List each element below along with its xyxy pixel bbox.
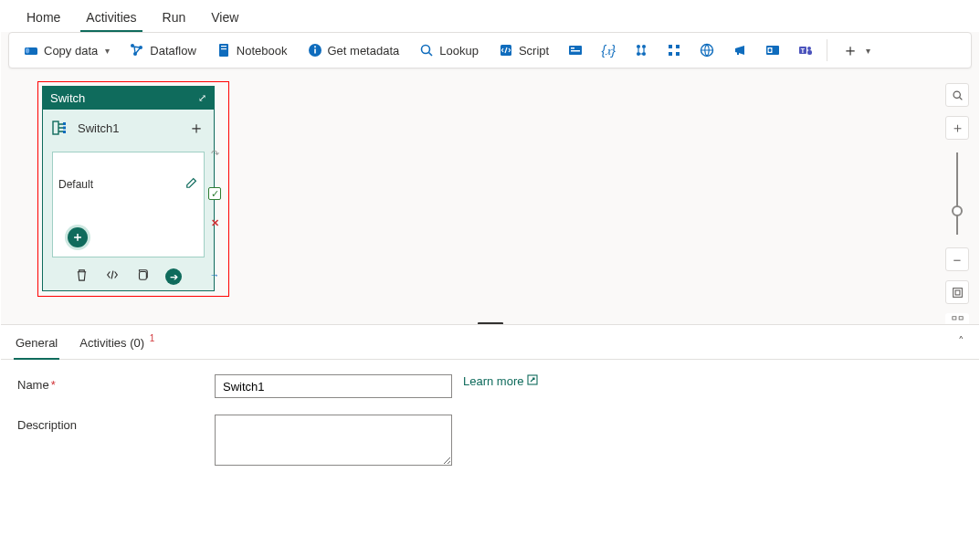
toolbar-megaphone-icon[interactable] bbox=[724, 43, 755, 58]
handle-completion-icon[interactable]: → bbox=[208, 268, 221, 281]
collapse-panel-icon[interactable]: ˄ bbox=[958, 334, 964, 348]
toolbar-teams-icon[interactable]: T bbox=[790, 43, 821, 58]
activities-toolbar: Copy data ▾ Dataflow Notebook Get metada… bbox=[8, 32, 972, 68]
description-label: Description bbox=[17, 415, 215, 432]
svg-rect-24 bbox=[676, 52, 680, 56]
dataflow-icon bbox=[130, 43, 144, 58]
toolbar-web-icon[interactable] bbox=[691, 43, 722, 58]
toolbar-icon-4[interactable] bbox=[659, 43, 690, 58]
svg-rect-15 bbox=[571, 47, 574, 49]
switch-node-name: Switch1 bbox=[78, 121, 120, 135]
chevron-down-icon: ▾ bbox=[866, 46, 870, 56]
svg-rect-32 bbox=[807, 50, 812, 55]
menu-view[interactable]: View bbox=[198, 3, 251, 32]
svg-text:T: T bbox=[801, 47, 806, 54]
properties-panel: General Activities (0) 1 ˄ Name* Learn m… bbox=[1, 324, 979, 545]
learn-more-text: Learn more bbox=[463, 374, 523, 388]
svg-rect-43 bbox=[959, 317, 963, 320]
toolbar-icon-3[interactable] bbox=[626, 43, 657, 58]
info-icon bbox=[308, 43, 322, 58]
notebook-icon bbox=[216, 43, 231, 58]
fit-screen-button[interactable] bbox=[945, 280, 969, 304]
svg-rect-35 bbox=[63, 127, 66, 130]
svg-point-17 bbox=[637, 45, 640, 48]
copy-data-icon bbox=[24, 43, 38, 58]
node-action-bar: ➔ bbox=[43, 263, 214, 290]
add-case-button[interactable]: ＋ bbox=[188, 117, 205, 139]
svg-rect-23 bbox=[669, 52, 672, 56]
handle-success-icon[interactable]: ✓ bbox=[208, 187, 221, 200]
toolbar-notebook-label: Notebook bbox=[237, 44, 288, 58]
edit-icon[interactable] bbox=[185, 176, 198, 192]
svg-rect-40 bbox=[953, 288, 962, 297]
zoom-controls: ＋ − bbox=[944, 83, 970, 324]
code-icon[interactable] bbox=[105, 268, 120, 285]
toolbar-lookup-label: Lookup bbox=[439, 44, 479, 58]
properties-tabs: General Activities (0) 1 ˄ bbox=[1, 325, 979, 360]
script-icon bbox=[499, 43, 513, 58]
toolbar-copy-data-label: Copy data bbox=[44, 44, 98, 58]
copy-icon[interactable] bbox=[136, 268, 149, 285]
description-input[interactable] bbox=[215, 415, 452, 466]
zoom-in-button[interactable]: ＋ bbox=[945, 116, 969, 140]
svg-rect-37 bbox=[140, 272, 147, 280]
svg-point-11 bbox=[422, 46, 430, 54]
tab-general[interactable]: General bbox=[14, 331, 59, 359]
switch-icon bbox=[52, 119, 70, 137]
handle-failure-icon[interactable]: ✕ bbox=[208, 216, 221, 229]
toolbar-dataflow[interactable]: Dataflow bbox=[121, 39, 205, 61]
handle-skip-icon[interactable]: ↷ bbox=[208, 147, 221, 160]
name-label: Name* bbox=[17, 374, 215, 392]
run-icon[interactable]: ➔ bbox=[165, 268, 182, 285]
canvas-search-button[interactable] bbox=[945, 83, 969, 107]
switch-node-header[interactable]: Switch ⤢ bbox=[43, 87, 214, 110]
zoom-out-button[interactable]: − bbox=[945, 247, 969, 271]
toolbar-script[interactable]: Script bbox=[490, 39, 558, 61]
toolbar-get-metadata[interactable]: Get metadata bbox=[299, 39, 409, 61]
zoom-slider[interactable] bbox=[956, 152, 958, 235]
toolbar-variable-icon[interactable]: {𝑥} bbox=[593, 43, 624, 58]
selection-frame: Switch ⤢ Switch1 ＋ Default bbox=[37, 81, 229, 297]
switch-activity-node[interactable]: Switch ⤢ Switch1 ＋ Default bbox=[42, 86, 215, 291]
name-label-text: Name bbox=[17, 378, 49, 392]
chevron-down-icon: ▾ bbox=[105, 46, 110, 56]
external-link-icon bbox=[527, 374, 538, 388]
name-input[interactable] bbox=[215, 374, 452, 398]
toolbar-icon-1[interactable] bbox=[560, 43, 591, 58]
toolbar-copy-data[interactable]: Copy data ▾ bbox=[15, 39, 119, 61]
switch-node-body: Switch1 ＋ Default ＋ bbox=[43, 110, 214, 263]
default-case-label: Default bbox=[58, 178, 93, 191]
svg-point-18 bbox=[642, 45, 646, 48]
tab-activities-badge: 1 bbox=[150, 333, 155, 343]
default-case-box[interactable]: Default ＋ bbox=[52, 152, 205, 257]
toolbar-lookup[interactable]: Lookup bbox=[410, 39, 488, 61]
svg-point-31 bbox=[807, 47, 811, 50]
svg-rect-21 bbox=[669, 45, 672, 48]
svg-rect-36 bbox=[63, 131, 66, 133]
menu-activities[interactable]: Activities bbox=[73, 3, 149, 32]
svg-rect-41 bbox=[955, 290, 960, 295]
add-activity-button[interactable]: ＋ bbox=[68, 227, 88, 247]
tab-activities-label: Activities bbox=[79, 336, 126, 350]
zoom-slider-thumb[interactable] bbox=[952, 205, 963, 216]
learn-more-link[interactable]: Learn more bbox=[463, 374, 538, 388]
menu-run[interactable]: Run bbox=[150, 3, 199, 32]
toolbar-separator bbox=[827, 39, 827, 61]
expand-icon[interactable]: ⤢ bbox=[198, 92, 206, 104]
pipeline-canvas[interactable]: Switch ⤢ Switch1 ＋ Default bbox=[1, 70, 979, 324]
more-canvas-button[interactable] bbox=[945, 313, 969, 324]
toolbar-notebook[interactable]: Notebook bbox=[207, 39, 297, 61]
toolbar-dataflow-label: Dataflow bbox=[150, 44, 196, 58]
toolbar-outlook-icon[interactable] bbox=[757, 43, 788, 58]
svg-rect-9 bbox=[314, 49, 316, 54]
tab-activities[interactable]: Activities (0) 1 bbox=[78, 331, 154, 359]
required-marker: * bbox=[51, 378, 56, 392]
svg-line-12 bbox=[429, 53, 433, 57]
svg-rect-22 bbox=[676, 45, 680, 48]
toolbar-add-button[interactable]: ＋▾ bbox=[833, 36, 880, 65]
menu-home[interactable]: Home bbox=[14, 3, 73, 32]
switch-node-title: Switch bbox=[50, 91, 85, 105]
delete-icon[interactable] bbox=[75, 268, 89, 285]
tab-activities-count: (0) bbox=[130, 336, 144, 350]
svg-rect-33 bbox=[53, 121, 58, 134]
